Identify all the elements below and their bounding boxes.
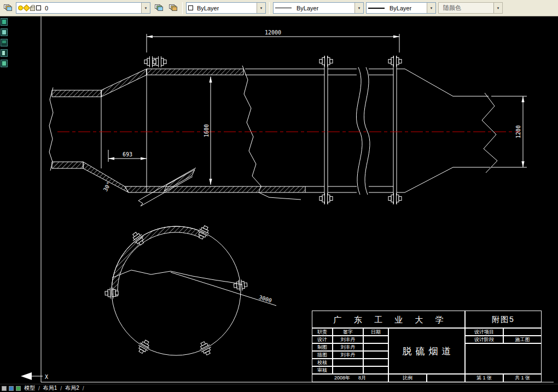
bolt-icon [388,56,402,67]
dim-total-length: 12000 [265,30,281,36]
tab-layout2[interactable]: 布局2 [64,384,80,392]
docked-tool-icon[interactable] [1,28,8,36]
top-toolbar: 0 ▼ ByLayer ▼ ByLayer ▼ ByLayer ▼ 随颜色 ▼ [0,0,558,16]
lineweight-value: ByLayer [390,5,411,11]
layout-tab-bar: 模型 / 布局1 / 布局2 / [0,384,558,392]
layer-previous-icon[interactable] [167,2,179,14]
layer-lock-icon [30,7,35,11]
docked-tool-icon[interactable] [1,49,8,57]
docked-toolbar [1,18,8,67]
layer-properties-icon[interactable] [2,2,14,14]
title-block-university: 广 东 工 业 大 学 [312,311,465,328]
row-date [363,351,388,359]
linetype-combo[interactable]: ByLayer ▼ [273,2,364,14]
title-block: 广 东 工 业 大 学 附图5 职责 签字 日期 设计 刘丰丹 制图 刘丰丹 描… [312,311,542,382]
model-space-icon[interactable] [9,386,14,391]
duct-side-view [49,56,520,206]
layer-combo-dropdown-arrow[interactable]: ▼ [141,3,150,13]
dim-duct-diameter: 1600 [204,124,210,137]
layers-back-icon [169,4,177,11]
flange-joint [388,56,402,204]
col-date-header: 日期 [363,328,388,336]
linetype-value: ByLayer [297,5,318,11]
lineweight-combo[interactable]: ByLayer ▼ [366,2,436,14]
duct-section-view [105,224,248,356]
plotstyle-value: 随颜色 [443,4,461,12]
color-combo-dropdown-arrow[interactable]: ▼ [257,3,265,13]
scale-value [427,374,465,382]
ucs-icon: X [21,372,48,380]
sheet-number: 第 1 张 [465,374,503,382]
drawing-canvas[interactable]: 12000 693 1600 1200 30° 3000 X [0,16,558,384]
color-combo[interactable]: ByLayer ▼ [186,2,266,14]
linetype-sample-icon [275,8,292,8]
lineweight-combo-dropdown-arrow[interactable]: ▼ [427,3,435,13]
make-object-layer-current-icon[interactable] [153,2,165,14]
paper-space-icon[interactable] [16,386,21,391]
row-role: 制图 [312,343,333,351]
sheet-total: 共 1 张 [503,374,542,382]
docked-tool-icon[interactable] [1,60,8,67]
title-block-date: 2008年 8月 [312,374,388,382]
plotstyle-combo: 随颜色 ▼ [438,2,503,14]
plotstyle-combo-dropdown-arrow: ▼ [493,3,502,13]
layer-name: 0 [45,5,48,11]
docked-tool-icon[interactable] [1,39,8,46]
scale-label: 比例 [388,374,427,382]
row-name [333,359,363,366]
tab-layout1[interactable]: 布局1 [42,384,59,392]
docked-tool-icon[interactable] [1,18,8,26]
dim-outlet-diameter: 1200 [515,125,521,138]
row-role: 设计 [312,336,333,343]
linetype-combo-dropdown-arrow[interactable]: ▼ [354,3,363,13]
title-block-figure-no: 附图5 [465,311,542,328]
row-name [333,366,363,374]
stage-value: 施工图 [503,336,542,343]
row-date [363,343,388,351]
bolt-icon [388,193,402,204]
dim-inlet-length: 693 [123,151,132,157]
color-swatch [188,5,193,10]
color-value: ByLayer [197,5,219,11]
layer-combo[interactable]: 0 ▼ [16,2,150,14]
bolt-icon [319,56,333,67]
project-label: 设计项目 [465,328,503,336]
row-date [363,336,388,343]
lineweight-sample-icon [368,8,385,9]
stage-label: 设计阶段 [465,336,503,343]
toolbar-separator [182,2,183,14]
project-value [503,328,542,336]
right-empty-cell [465,343,542,374]
cone-flange-bolts [144,56,166,67]
layers-icon [4,4,12,11]
row-role: 描图 [312,351,333,359]
bolt-icon [153,56,166,67]
tab-model[interactable]: 模型 [23,384,36,392]
row-role: 审核 [312,366,333,374]
layer-freeze-sun-icon [23,4,30,11]
row-date [363,366,388,374]
flange-joint [319,56,333,204]
row-role: 校核 [312,359,333,366]
toolbar-separator [269,2,270,14]
layers-arrow-icon [155,4,163,11]
bolt-icon [319,193,333,204]
drawing-title: 脱硫烟道 [388,328,465,374]
layer-color-swatch [36,5,41,10]
col-role-header: 职责 [312,328,333,336]
col-sign-header: 签字 [333,328,363,336]
ucs-x-label: X [45,374,48,380]
row-date [363,359,388,366]
layer-on-bulb-icon [18,5,23,10]
tab-scroll-icon[interactable] [2,386,7,391]
row-name: 刘丰丹 [333,343,363,351]
row-name: 刘丰丹 [333,351,363,359]
row-name: 刘丰丹 [333,336,363,343]
